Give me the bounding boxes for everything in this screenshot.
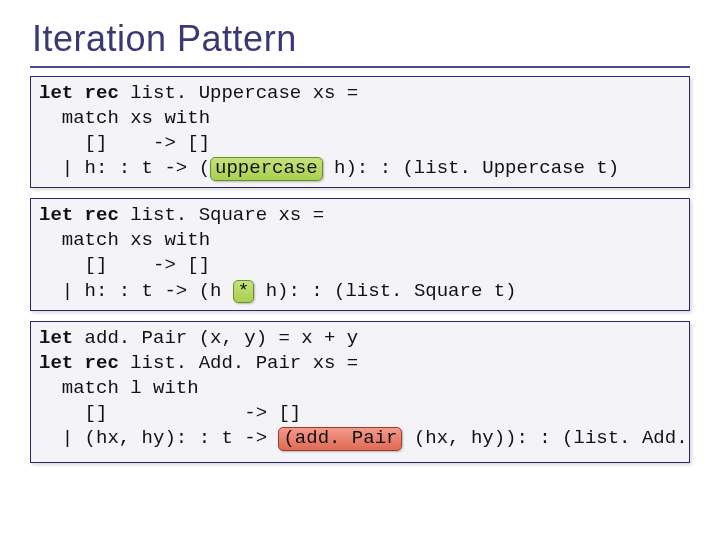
code-line: [] -> [] [39,254,210,276]
code-line: [] -> [] [39,132,210,154]
highlight-addpair: (add. Pair [278,427,402,451]
slide-title: Iteration Pattern [32,18,690,60]
code-box-uppercase: let rec list. Uppercase xs = match xs wi… [30,76,690,188]
code-fn-name: add. Pair [85,327,188,349]
highlight-uppercase: uppercase [210,157,323,181]
code-box-addpair: let add. Pair (x, y) = x + y let rec lis… [30,321,690,463]
code-line: [] -> [] [39,402,301,424]
code-text: xs = [267,204,324,226]
code-text: | (hx, hy): : t -> [39,427,278,449]
code-text: xs = [301,82,358,104]
code-keyword: let rec [39,204,130,226]
code-fn-name: list. Uppercase [130,82,301,104]
code-line: match l with [39,377,199,399]
code-text: (hx, hy)): : (list. Add. Pair t) [402,427,690,449]
highlight-mul: * [233,280,254,304]
title-rule [30,66,690,68]
code-fn-name: list. Square [130,204,267,226]
code-keyword: let rec [39,352,130,374]
code-fn-name: list. Add. Pair [130,352,301,374]
code-text: | h: : t -> (h [39,280,233,302]
code-box-square: let rec list. Square xs = match xs with … [30,198,690,310]
code-text: xs = [301,352,358,374]
slide: Iteration Pattern let rec list. Uppercas… [0,0,720,540]
code-line: match xs with [39,107,210,129]
code-text: h): : (list. Uppercase t) [323,157,619,179]
code-keyword: let [39,327,85,349]
code-text: | h: : t -> ( [39,157,210,179]
code-keyword: let rec [39,82,130,104]
code-text: h): : (list. Square t) [254,280,516,302]
code-text: (x, y) = x + y [187,327,358,349]
code-line: match xs with [39,229,210,251]
